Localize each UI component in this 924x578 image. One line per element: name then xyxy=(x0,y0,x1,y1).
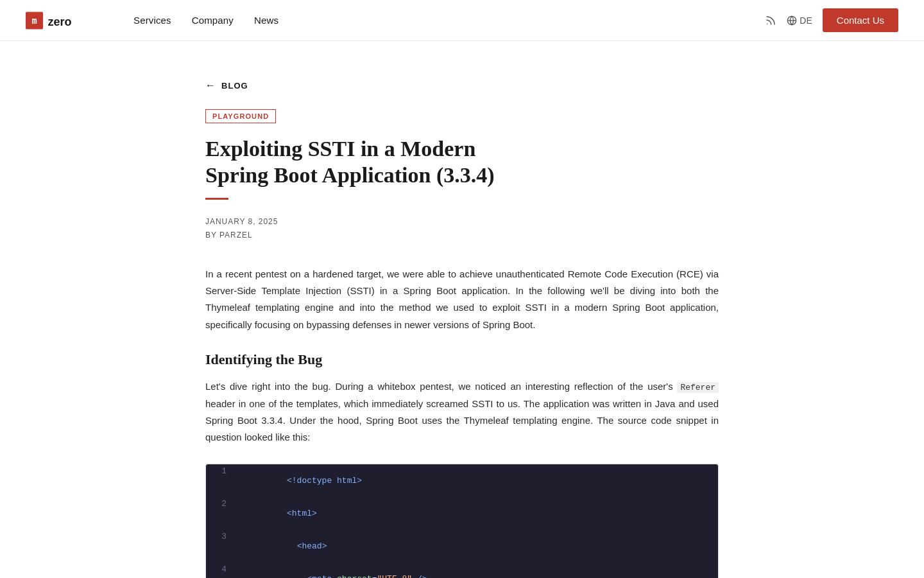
nav-services[interactable]: Services xyxy=(133,15,171,26)
language-selector[interactable]: DE xyxy=(787,15,812,26)
article-title: Exploiting SSTI in a Modern Spring Boot … xyxy=(205,136,719,189)
title-line2: Spring Boot Application (3.3.4) xyxy=(205,163,495,187)
line-num-2: 2 xyxy=(206,499,237,509)
code-line-1: 1 <!doctype html> xyxy=(206,464,718,497)
line-num-4: 4 xyxy=(206,565,237,574)
code-block: 1 <!doctype html> 2 <html> 3 <head> xyxy=(205,464,719,578)
code-line-3: 3 <head> xyxy=(206,530,718,563)
article-body: In a recent pentest on a hardened target… xyxy=(205,266,719,578)
code-line-4: 4 <meta charset="UTF-8" /> xyxy=(206,563,718,578)
language-label: DE xyxy=(800,15,812,26)
code-line-2: 2 <html> xyxy=(206,497,718,530)
section1-paragraph: Let's dive right into the bug. During a … xyxy=(205,378,719,446)
title-underline xyxy=(205,198,228,200)
back-label: BLOG xyxy=(221,81,248,91)
article-author: BY PARZEL xyxy=(205,229,719,243)
line-code-1: <!doctype html> xyxy=(237,466,372,495)
intro-paragraph: In a recent pentest on a hardened target… xyxy=(205,266,719,333)
navbar: m zero Services Company News DE Conta xyxy=(0,0,924,41)
line-code-3: <head> xyxy=(237,532,337,561)
line-num-1: 1 xyxy=(206,466,237,476)
nav-news[interactable]: News xyxy=(254,15,278,26)
section1-heading: Identifying the Bug xyxy=(205,351,719,368)
contact-button[interactable]: Contact Us xyxy=(823,8,898,32)
back-arrow-icon: ← xyxy=(205,80,216,91)
line-num-3: 3 xyxy=(206,532,237,541)
main-content: ← BLOG PLAYGROUND Exploiting SSTI in a M… xyxy=(180,41,744,578)
article-date: JANUARY 8, 2025 xyxy=(205,215,719,229)
logo-link[interactable]: m zero xyxy=(26,9,103,32)
svg-text:zero: zero xyxy=(48,15,72,28)
svg-text:m: m xyxy=(31,15,37,25)
rss-icon[interactable] xyxy=(765,15,776,26)
referer-code: Referer xyxy=(677,382,719,393)
logo-svg: m zero xyxy=(26,9,103,32)
article-meta: JANUARY 8, 2025 BY PARZEL xyxy=(205,215,719,243)
nav-company[interactable]: Company xyxy=(192,15,234,26)
title-line1: Exploiting SSTI in a Modern xyxy=(205,137,475,161)
line-code-2: <html> xyxy=(237,499,327,528)
line-code-4: <meta charset="UTF-8" /> xyxy=(237,565,437,578)
svg-point-3 xyxy=(767,23,768,24)
nav-links: Services Company News xyxy=(133,15,765,26)
nav-right: DE Contact Us xyxy=(765,8,898,32)
back-to-blog[interactable]: ← BLOG xyxy=(205,80,719,91)
article-tag: PLAYGROUND xyxy=(205,109,276,123)
